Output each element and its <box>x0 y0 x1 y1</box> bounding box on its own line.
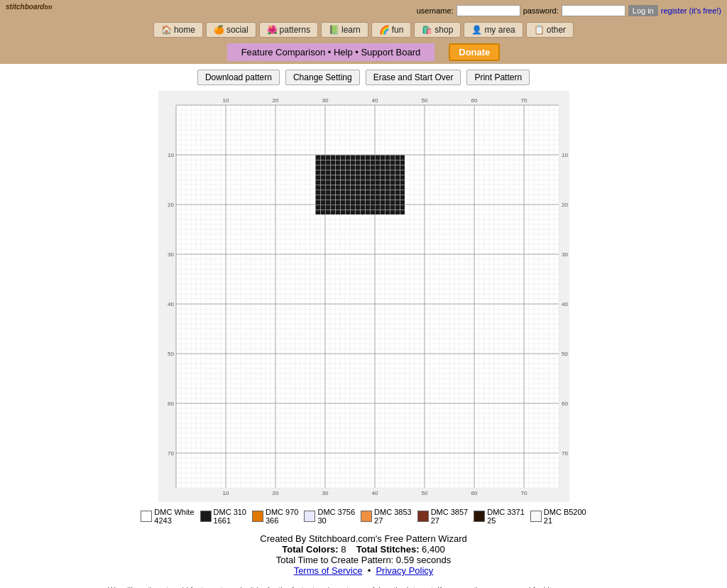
password-input[interactable] <box>562 5 625 16</box>
legend-item: DMC 970366 <box>252 508 298 525</box>
nav-item-home[interactable]: 🏠home <box>153 22 203 38</box>
auth-area: username: password: Log in register (it'… <box>417 5 721 16</box>
header: stitchboardtm username: password: Log in… <box>0 0 727 21</box>
nav: 🏠home🍊social🌺patterns📗learn🌈fun🛍️shop👤my… <box>0 21 727 40</box>
banner-row: Feature Comparison • Help • Support Boar… <box>0 40 727 64</box>
credits-stats: Total Colors: 8 Total Stitches: 6,400 <box>260 544 466 555</box>
legend-item: DMC B520021 <box>530 508 586 525</box>
legend-item: DMC 3101661 <box>200 508 246 525</box>
nav-item-fun[interactable]: 🌈fun <box>371 22 412 38</box>
pattern-canvas <box>158 91 569 502</box>
tos-link[interactable]: Terms of Service <box>294 565 363 576</box>
legend-label: DMC 970366 <box>266 508 298 525</box>
legend-swatch <box>530 511 542 522</box>
legend-swatch <box>141 511 152 522</box>
total-stitches-label: Total Stitches: <box>356 544 420 555</box>
legend-item: DMC 385327 <box>361 508 412 525</box>
legend-label: DMC B520021 <box>544 508 586 525</box>
total-colors-label: Total Colors: <box>282 544 338 555</box>
password-label: password: <box>523 6 559 15</box>
nav-item-other[interactable]: 📋other <box>526 22 574 38</box>
login-button[interactable]: Log in <box>628 5 658 16</box>
legend-swatch <box>200 511 212 522</box>
nav-item-my-area[interactable]: 👤my area <box>464 22 523 38</box>
legend-label: DMC 337125 <box>487 508 525 525</box>
credits-line1: Created By Stitchboard.com's Free Patter… <box>260 533 466 544</box>
main-content: Download pattern Change Setting Erase an… <box>0 64 727 588</box>
legend-swatch <box>417 511 429 522</box>
download-pattern-button[interactable]: Download pattern <box>197 70 280 85</box>
legend-item: DMC 385727 <box>417 508 469 525</box>
donate-button-top[interactable]: Donate <box>449 43 500 61</box>
time-value: 0.59 seconds <box>396 555 451 565</box>
print-pattern-button[interactable]: Print Pattern <box>466 70 530 85</box>
credits: Created By Stitchboard.com's Free Patter… <box>257 530 469 579</box>
change-setting-button[interactable]: Change Setting <box>285 70 360 85</box>
legend-swatch <box>474 511 485 522</box>
credits-time: Total Time to Create Pattern: 0.59 secon… <box>260 555 466 565</box>
pattern-container <box>151 91 576 502</box>
nav-item-learn[interactable]: 📗learn <box>321 22 368 38</box>
legend-label: DMC 385727 <box>431 508 469 525</box>
banner: Feature Comparison • Help • Support Boar… <box>227 43 435 61</box>
legend-label: DMC 385327 <box>374 508 412 525</box>
legend-item: DMC 375630 <box>304 508 355 525</box>
legend-label: DMC 375630 <box>317 508 355 525</box>
legend-label: DMC White4243 <box>154 508 194 525</box>
logo: stitchboardtm <box>6 3 52 18</box>
legend-swatch <box>361 511 372 522</box>
toolbar: Download pattern Change Setting Erase an… <box>192 64 535 91</box>
credits-links: Terms of Service • Privacy Policy <box>260 565 466 576</box>
nav-item-social[interactable]: 🍊social <box>206 22 256 38</box>
privacy-link[interactable]: Privacy Policy <box>376 565 433 576</box>
color-legend: DMC White4243DMC 3101661DMC 970366DMC 37… <box>126 502 600 530</box>
username-label: username: <box>417 6 454 15</box>
time-label: Total Time to Create Pattern: <box>276 555 393 565</box>
username-input[interactable] <box>457 5 520 16</box>
nav-item-shop[interactable]: 🛍️shop <box>414 22 461 38</box>
erase-start-over-button[interactable]: Erase and Start Over <box>366 70 461 85</box>
legend-item: DMC 337125 <box>474 508 525 525</box>
legend-label: DMC 3101661 <box>214 508 246 525</box>
legend-swatch <box>252 511 263 522</box>
nav-item-patterns[interactable]: 🌺patterns <box>259 22 318 38</box>
donate-section: We will continue to add features to make… <box>80 579 647 588</box>
banner-text: Feature Comparison • Help • Support Boar… <box>241 47 421 58</box>
register-link[interactable]: register (it's free!) <box>661 6 721 15</box>
total-stitches-value: 6,400 <box>422 544 445 555</box>
legend-swatch <box>304 511 315 522</box>
total-colors-value: 8 <box>341 544 346 555</box>
legend-item: DMC White4243 <box>141 508 194 525</box>
